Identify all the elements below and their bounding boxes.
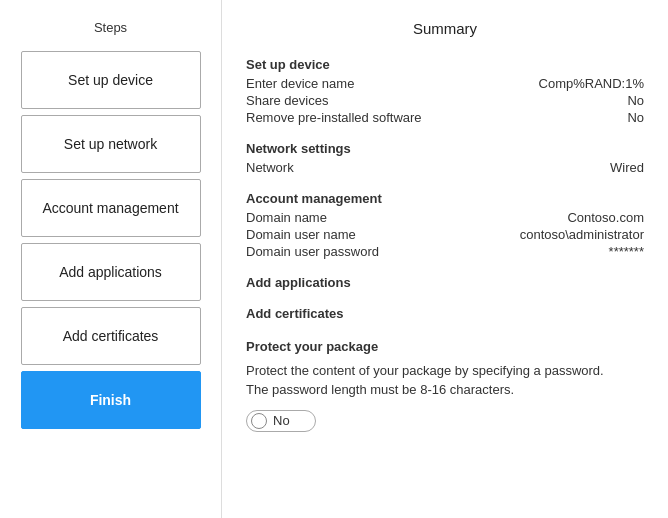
step-finish[interactable]: Finish (21, 371, 201, 429)
step-set-up-device[interactable]: Set up device (21, 51, 201, 109)
steps-title: Steps (94, 20, 127, 35)
step-account-management[interactable]: Account management (21, 179, 201, 237)
step-add-applications[interactable]: Add applications (21, 243, 201, 301)
row-domain-name: Domain name Contoso.com (246, 210, 644, 225)
row-share-devices: Share devices No (246, 93, 644, 108)
section-add-certificates: Add certificates (246, 306, 644, 321)
section-network-header: Network settings (246, 141, 644, 156)
section-setup-device-header: Set up device (246, 57, 644, 72)
section-account-header: Account management (246, 191, 644, 206)
section-setup-device: Set up device Enter device name Comp%RAN… (246, 57, 644, 125)
summary-title: Summary (246, 20, 644, 37)
section-protect: Protect your package Protect the content… (246, 337, 644, 432)
toggle-label: No (273, 413, 290, 428)
step-add-certificates[interactable]: Add certificates (21, 307, 201, 365)
row-domain-user-name: Domain user name contoso\administrator (246, 227, 644, 242)
step-set-up-network[interactable]: Set up network (21, 115, 201, 173)
protect-description: Protect the content of your package by s… (246, 361, 644, 400)
section-add-certificates-header: Add certificates (246, 306, 644, 321)
row-remove-software: Remove pre-installed software No (246, 110, 644, 125)
section-account: Account management Domain name Contoso.c… (246, 191, 644, 259)
section-add-applications-header: Add applications (246, 275, 644, 290)
row-device-name: Enter device name Comp%RAND:1% (246, 76, 644, 91)
protect-toggle[interactable]: No (246, 410, 316, 432)
left-panel: Steps Set up device Set up network Accou… (0, 0, 222, 518)
row-network: Network Wired (246, 160, 644, 175)
row-domain-user-password: Domain user password ******* (246, 244, 644, 259)
radio-icon (251, 413, 267, 429)
protect-header: Protect your package (246, 337, 644, 357)
right-panel: Summary Set up device Enter device name … (222, 0, 668, 518)
section-network: Network settings Network Wired (246, 141, 644, 175)
section-add-applications: Add applications (246, 275, 644, 290)
